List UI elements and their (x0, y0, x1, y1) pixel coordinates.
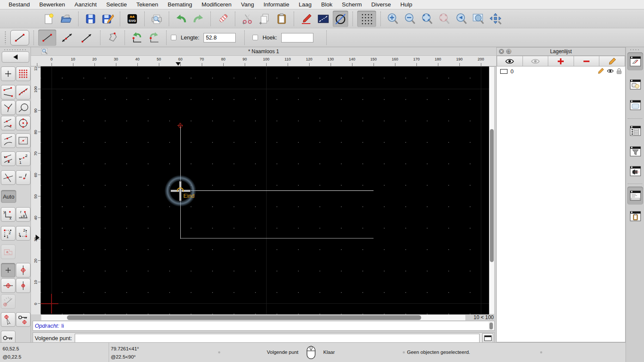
zoom-out-button[interactable] (402, 11, 418, 27)
panel-block-list-button[interactable] (627, 75, 643, 94)
menu-item[interactable]: Laag (299, 1, 312, 8)
snap-nearest-button[interactable] (1, 116, 15, 130)
snap-dist-12-button[interactable]: 1 2 (16, 151, 30, 166)
snap-grid-button[interactable] (16, 66, 30, 81)
current-tool-line-button[interactable] (10, 30, 29, 45)
print-preview-button[interactable] (149, 11, 164, 27)
snap-intersection-button[interactable] (1, 170, 15, 185)
menu-item[interactable]: Hulp (400, 1, 412, 8)
toolbar-drag-handle[interactable] (4, 31, 7, 45)
vertical-scrollbar-thumb[interactable] (490, 129, 494, 262)
coord-polar-button[interactable]: r a (16, 207, 30, 222)
zoom-auto-button[interactable] (419, 11, 435, 27)
menu-item[interactable]: Diverse (371, 1, 391, 8)
menu-item[interactable]: Blok (321, 1, 332, 8)
snap-auto-button[interactable]: Auto (1, 190, 16, 203)
hoek-input[interactable] (281, 33, 313, 42)
palette-collapse-button[interactable] (2, 51, 29, 63)
undo-button[interactable] (173, 11, 189, 27)
layer-color-swatch[interactable] (500, 69, 507, 74)
snap-on-entity-button[interactable] (16, 85, 30, 100)
menu-item[interactable]: Aanzicht (75, 1, 97, 8)
rel-point-12-button[interactable]: 1 2 (1, 226, 15, 241)
panel-layer-list-button[interactable] (627, 52, 643, 70)
restrict-nothing-button[interactable] (1, 263, 15, 278)
vertical-scrollbar[interactable] (489, 66, 495, 314)
menu-item[interactable]: Modificeren (202, 1, 232, 8)
hoek-checkbox[interactable] (252, 35, 258, 40)
snap-intersection-manual-button[interactable] (16, 170, 30, 185)
snap-free-button[interactable] (1, 66, 15, 81)
menu-item[interactable]: Selectie (106, 1, 127, 8)
snap-auto-dist-button[interactable] (1, 151, 15, 166)
close-icon[interactable]: ✕ (499, 49, 504, 54)
snap-reference-rect-button[interactable] (16, 133, 30, 148)
panel-command-line-button[interactable] (627, 187, 643, 205)
next-point-input[interactable] (75, 334, 480, 343)
paste-button[interactable] (274, 11, 289, 27)
command-window-button[interactable] (482, 333, 493, 343)
layer-edit-pencil-icon[interactable] (598, 68, 604, 74)
copy-button[interactable] (257, 11, 272, 27)
dock-icon[interactable]: ❐ (506, 49, 511, 54)
restrict-orthogonal-button[interactable] (16, 278, 30, 293)
pan-button[interactable] (488, 11, 504, 27)
zoom-in-button[interactable] (385, 11, 401, 27)
snap-reference-button[interactable] (16, 100, 30, 115)
horizontal-scrollbar-thumb[interactable] (67, 315, 421, 320)
layer-visibility-eye-icon[interactable] (607, 69, 614, 73)
redo-button[interactable] (191, 11, 206, 27)
snap-endpoints-button[interactable] (1, 85, 15, 100)
line-arrow-button[interactable] (78, 30, 96, 46)
menu-item[interactable]: Bestand (9, 1, 30, 8)
panel-projection-button[interactable] (627, 162, 643, 180)
lengte-input[interactable] (204, 33, 236, 42)
dimension-frame-button[interactable] (316, 11, 331, 27)
polyline-button[interactable] (105, 30, 120, 46)
menu-item[interactable]: Informatie (264, 1, 289, 8)
layer-row[interactable]: 0 (497, 66, 625, 76)
panel-selection-filter-button[interactable] (627, 142, 643, 160)
line-segment-button[interactable] (38, 30, 56, 46)
hide-all-layers-button[interactable] (523, 56, 549, 66)
eraser-button[interactable] (215, 11, 231, 27)
layer-lock-icon[interactable] (617, 68, 622, 74)
panel-clipboard-button[interactable] (627, 207, 643, 225)
set-relative-zero-button[interactable] (1, 312, 15, 327)
cut-button[interactable] (240, 11, 255, 27)
snap-tangent-button[interactable] (1, 133, 15, 148)
command-history-scrollbar-thumb[interactable] (489, 323, 493, 329)
zoom-window-button[interactable] (471, 11, 486, 27)
menu-item[interactable]: Tekenen (136, 1, 158, 8)
show-all-layers-button[interactable] (497, 56, 523, 66)
drawing-canvas[interactable]: Eind (41, 66, 489, 314)
redo-point-button[interactable] (146, 30, 162, 46)
lengte-checkbox[interactable] (171, 35, 176, 40)
coord-cartesian-button[interactable]: y x (1, 207, 15, 222)
save-as-button[interactable] (100, 11, 115, 27)
svg-export-button[interactable]: SVG (125, 11, 140, 27)
palette-drag-handle[interactable] (3, 48, 27, 51)
strip-drag-handle[interactable] (629, 48, 641, 51)
menu-item[interactable]: Bewerken (39, 1, 65, 8)
new-document-button[interactable] (41, 11, 57, 27)
add-layer-button[interactable] (548, 56, 574, 66)
menu-item[interactable]: Scherm (342, 1, 362, 8)
snap-center-button[interactable] (16, 116, 30, 130)
draw-pencil-button[interactable] (298, 11, 314, 27)
edit-layer-button[interactable] (599, 56, 625, 66)
zoom-previous-button[interactable] (454, 11, 469, 27)
panel-property-list-button[interactable] (627, 122, 643, 140)
remove-layer-button[interactable] (574, 56, 600, 66)
restrict-vertical-button[interactable] (16, 263, 30, 278)
panel-library-browser-button[interactable] (627, 96, 643, 114)
restrict-horizontal-button[interactable] (1, 278, 15, 293)
circle-slash-button[interactable] (333, 11, 348, 27)
undo-point-button[interactable] (129, 30, 145, 46)
snap-perpendicular-button[interactable] (1, 100, 15, 115)
line-double-arrow-button[interactable] (58, 30, 76, 46)
command-history-scrollbar[interactable] (489, 322, 494, 330)
menu-item[interactable]: Bemating (167, 1, 192, 8)
horizontal-scrollbar[interactable] (41, 314, 466, 321)
menu-item[interactable]: Vang (241, 1, 254, 8)
